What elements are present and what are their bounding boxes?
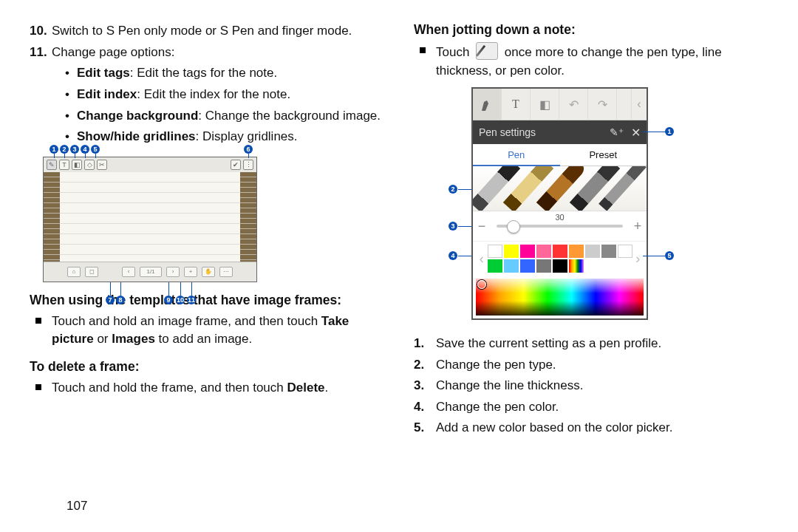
callout-7: 7: [106, 296, 115, 304]
color-palette-row: ‹ ›: [473, 242, 647, 276]
list-item-11: 11.Change page options: Edit tags: Edit …: [30, 44, 384, 146]
ruler-left: [44, 172, 60, 262]
palette-left-arrow[interactable]: ‹: [476, 245, 488, 273]
templates-body: Touch and hold an image frame, and then …: [30, 313, 384, 349]
paper-area[interactable]: [60, 172, 240, 262]
collapse-btn[interactable]: ‹: [632, 89, 647, 120]
manual-page: 10.Switch to S Pen only mode or S Pen an…: [0, 0, 798, 532]
section-delete-heading: To delete a frame:: [30, 359, 384, 375]
pen-icon[interactable]: ✎: [47, 160, 57, 170]
callout-10: 10: [176, 296, 185, 304]
close-icon[interactable]: ✕: [631, 126, 641, 140]
pen-tabs: Pen Preset: [473, 144, 647, 166]
thickness-slider[interactable]: 30 − +: [473, 211, 647, 242]
sub-edit-tags: Edit tags: Edit the tags for the note.: [65, 64, 384, 83]
shape-icon[interactable]: ◇: [84, 160, 95, 170]
pen-settings-screenshot: T ◧ ↶ ↷ ‹ Pen settings ✎⁺ ✕ Pen Prese: [471, 87, 648, 320]
callout-1: 1: [665, 127, 674, 136]
color-palette[interactable]: [488, 245, 632, 273]
callout-5: 5: [91, 145, 100, 154]
top-toolbar: T ◧ ↶ ↷ ‹: [473, 89, 647, 120]
sub-list: Edit tags: Edit the tags for the note. E…: [65, 64, 384, 146]
section-templates-heading: When using the templates that have image…: [30, 293, 384, 308]
more-btn[interactable]: ⋯: [219, 267, 233, 277]
palette-right-arrow[interactable]: ›: [632, 245, 644, 273]
callout-4: 4: [449, 251, 457, 260]
thickness-minus[interactable]: −: [473, 219, 491, 234]
pen-tool-btn[interactable]: [473, 89, 502, 120]
jotting-body: Touch once more to change the pen type, …: [414, 42, 768, 80]
color-swatch[interactable]: [504, 245, 519, 258]
mode-btn[interactable]: ✋: [202, 267, 215, 277]
menu-icon[interactable]: ⋮: [243, 160, 253, 170]
note-editor-screenshot: ✎ T ◧ ◇ ✂ ✔ ⋮ ⌂ ◻: [43, 157, 257, 282]
prev-page-btn[interactable]: ‹: [122, 267, 135, 277]
page-number: 107: [66, 499, 87, 514]
color-swatch[interactable]: [504, 259, 519, 273]
list-item-10: 10.Switch to S Pen only mode or S Pen an…: [30, 22, 384, 41]
pen-type-selector[interactable]: [473, 166, 647, 211]
callout-9: 9: [164, 296, 173, 304]
color-swatch[interactable]: [536, 259, 551, 273]
color-swatch[interactable]: [601, 245, 616, 258]
tool-btn[interactable]: ⌂: [67, 267, 81, 277]
callout-6: 6: [244, 145, 253, 154]
item-5: 5.Add a new color based on the color pic…: [414, 418, 768, 437]
clip-icon[interactable]: ✂: [97, 160, 107, 170]
callout-3: 3: [70, 145, 79, 154]
color-picker-spectrum[interactable]: [476, 279, 644, 316]
callout-1: 1: [50, 145, 58, 154]
figure-note-editor: ✎ T ◧ ◇ ✂ ✔ ⋮ ⌂ ◻: [43, 157, 257, 282]
item-3: 3.Change the line thickness.: [414, 376, 768, 395]
color-swatch[interactable]: [569, 245, 584, 258]
callout-3: 3: [449, 222, 457, 231]
add-btn[interactable]: +: [184, 267, 197, 277]
color-swatch[interactable]: [569, 259, 584, 273]
callout-4: 4: [81, 145, 89, 154]
callout-11: 11: [187, 296, 196, 304]
text-icon[interactable]: T: [59, 160, 69, 170]
tab-preset[interactable]: Preset: [560, 144, 647, 166]
save-icon[interactable]: ✔: [231, 160, 241, 170]
editor-bottom-toolbar: ⌂ ◻ ‹ 1/1 › + ✋ ⋯: [44, 262, 256, 282]
text-tool-btn[interactable]: T: [502, 89, 531, 120]
undo-btn[interactable]: ↶: [559, 89, 588, 120]
color-swatch[interactable]: [585, 245, 600, 258]
color-swatch[interactable]: [536, 245, 551, 258]
ruler-right: [240, 172, 256, 262]
right-column: When jotting down a note: Touch once mor…: [399, 22, 768, 525]
callout-2: 2: [60, 145, 69, 154]
item-4: 4.Change the pen color.: [414, 398, 768, 417]
color-swatch[interactable]: [520, 245, 535, 258]
delete-body: Touch and hold the frame, and then touch…: [30, 379, 384, 398]
color-swatch[interactable]: [618, 245, 632, 258]
eraser-icon[interactable]: ◧: [72, 160, 82, 170]
eraser-tool-btn[interactable]: ◧: [531, 89, 559, 120]
next-page-btn[interactable]: ›: [166, 267, 180, 277]
sub-gridlines: Show/hide gridlines: Display gridlines.: [65, 128, 384, 146]
color-swatch[interactable]: [553, 245, 567, 258]
pen-tool-icon: [476, 42, 498, 60]
color-swatch[interactable]: [488, 259, 502, 273]
left-column: 10.Switch to S Pen only mode or S Pen an…: [30, 22, 399, 525]
pen-settings-list: 1.Save the current setting as a pen prof…: [414, 334, 768, 437]
callout-5: 5: [665, 251, 674, 260]
item-2: 2.Change the pen type.: [414, 355, 768, 375]
sub-edit-index: Edit index: Edit the index for the note.: [65, 86, 384, 104]
save-profile-icon[interactable]: ✎⁺: [610, 126, 624, 138]
numbered-list: 10.Switch to S Pen only mode or S Pen an…: [30, 22, 384, 146]
color-swatch[interactable]: [488, 245, 502, 258]
tool-btn[interactable]: ◻: [85, 267, 98, 277]
color-swatch[interactable]: [553, 259, 567, 273]
thickness-plus[interactable]: +: [629, 219, 647, 234]
tab-pen[interactable]: Pen: [473, 144, 560, 166]
pen-settings-header: Pen settings ✎⁺ ✕: [473, 120, 647, 144]
editor-top-toolbar: ✎ T ◧ ◇ ✂ ✔ ⋮: [44, 157, 256, 173]
callout-2: 2: [449, 185, 457, 194]
sub-change-bg: Change background: Change the background…: [65, 107, 384, 126]
slider-knob[interactable]: [507, 220, 520, 233]
callout-8: 8: [116, 296, 125, 304]
redo-btn[interactable]: ↷: [588, 89, 617, 120]
item-1: 1.Save the current setting as a pen prof…: [414, 334, 768, 353]
color-swatch[interactable]: [520, 259, 535, 273]
